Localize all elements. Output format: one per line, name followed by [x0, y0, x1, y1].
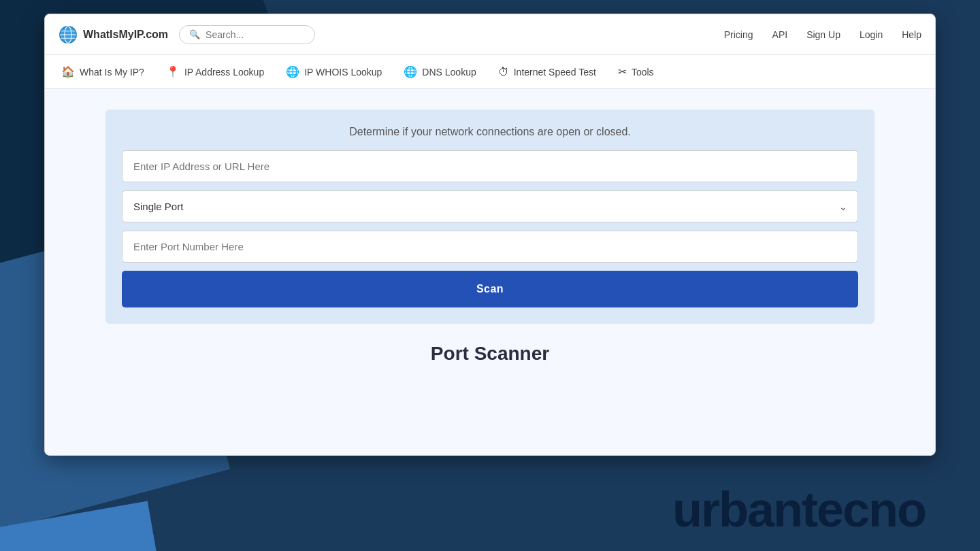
- brand-logo[interactable]: WhatIsMyIP.com: [59, 25, 168, 44]
- port-type-wrapper: Single Port Port Range Common Ports ⌄: [122, 190, 858, 222]
- search-input[interactable]: [206, 29, 305, 40]
- bottom-brand-label: urbantecno: [672, 482, 926, 537]
- card-subtitle: Determine if your network connections ar…: [122, 126, 858, 138]
- search-icon: 🔍: [189, 29, 200, 39]
- nav-item-speed-test[interactable]: ⏱ Internet Speed Test: [498, 66, 596, 78]
- home-icon: 🏠: [61, 65, 75, 78]
- browser-window: WhatIsMyIP.com 🔍 Pricing API Sign Up Log…: [44, 14, 936, 456]
- ip-address-input[interactable]: [122, 150, 858, 182]
- nav-link-login[interactable]: Login: [860, 29, 883, 40]
- nav-label-dns-lookup: DNS Lookup: [422, 67, 476, 78]
- nav-item-ip-lookup[interactable]: 📍 IP Address Lookup: [166, 65, 264, 78]
- page-title: Port Scanner: [72, 343, 908, 365]
- nav-item-tools[interactable]: ✂ Tools: [618, 65, 654, 78]
- main-content: Determine if your network connections ar…: [45, 89, 935, 455]
- nav-item-dns-lookup[interactable]: 🌐 DNS Lookup: [404, 65, 476, 78]
- dns-icon: 🌐: [404, 65, 417, 78]
- nav-label-ip-lookup: IP Address Lookup: [184, 67, 264, 78]
- scanner-card: Determine if your network connections ar…: [105, 110, 875, 324]
- nav-link-signup[interactable]: Sign Up: [806, 29, 840, 40]
- pin-icon: 📍: [166, 65, 180, 78]
- scan-button[interactable]: Scan: [122, 271, 858, 307]
- nav-link-pricing[interactable]: Pricing: [724, 29, 753, 40]
- secondary-nav: 🏠 What Is My IP? 📍 IP Address Lookup 🌐 I…: [45, 55, 935, 89]
- tools-icon: ✂: [618, 65, 627, 78]
- top-nav-links: Pricing API Sign Up Login Help: [724, 29, 921, 40]
- speed-icon: ⏱: [498, 66, 509, 78]
- search-box[interactable]: 🔍: [179, 25, 315, 44]
- port-number-input[interactable]: [122, 231, 858, 263]
- nav-label-what-is-my-ip: What Is My IP?: [80, 67, 144, 78]
- nav-link-api[interactable]: API: [772, 29, 788, 40]
- nav-link-help[interactable]: Help: [902, 29, 921, 40]
- nav-item-whois-lookup[interactable]: 🌐 IP WHOIS Lookup: [286, 65, 382, 78]
- globe-icon: [59, 25, 78, 44]
- nav-item-what-is-my-ip[interactable]: 🏠 What Is My IP?: [61, 65, 144, 78]
- globe2-icon: 🌐: [286, 65, 299, 78]
- port-type-select[interactable]: Single Port Port Range Common Ports: [122, 190, 858, 222]
- brand-name: WhatIsMyIP.com: [83, 29, 168, 41]
- nav-label-whois-lookup: IP WHOIS Lookup: [304, 67, 382, 78]
- nav-label-tools: Tools: [632, 67, 654, 78]
- top-nav: WhatIsMyIP.com 🔍 Pricing API Sign Up Log…: [45, 14, 935, 55]
- nav-label-speed-test: Internet Speed Test: [514, 67, 596, 78]
